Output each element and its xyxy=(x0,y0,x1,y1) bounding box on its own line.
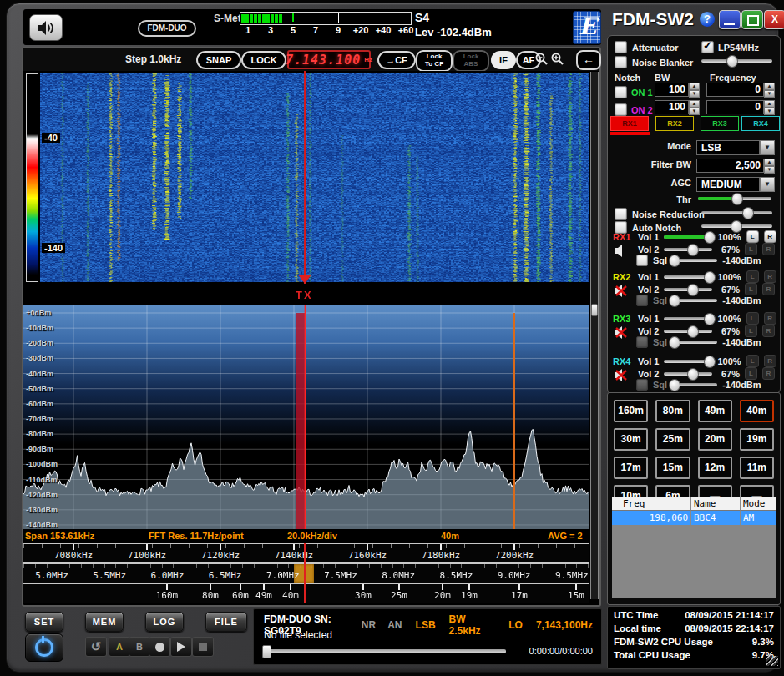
auto-notch-slider[interactable] xyxy=(701,224,772,228)
rx4-vol2-left-button[interactable]: L xyxy=(745,367,757,380)
band-button-30m[interactable]: 30m xyxy=(614,428,648,451)
rx4-muted-speaker-icon[interactable] xyxy=(615,369,628,381)
play-button[interactable] xyxy=(170,637,192,657)
frequency-display[interactable]: 7.143.100 Hz xyxy=(287,50,371,69)
noise-reduction-checkbox[interactable] xyxy=(615,208,627,220)
filter-bw-spinner-value[interactable]: 2,500 xyxy=(696,159,764,173)
notch2-checkbox[interactable] xyxy=(615,103,627,116)
zoom-out-icon[interactable] xyxy=(534,52,549,67)
dropdown-arrow-icon[interactable]: ▼ xyxy=(760,140,775,155)
rx-tab-rx2[interactable]: RX2 xyxy=(655,116,694,131)
ruler-khz[interactable]: 7080kHz7100kHz7120kHz7140kHz7160kHz7180k… xyxy=(23,543,589,563)
spin-down-icon[interactable]: ▼ xyxy=(689,90,700,98)
record-button[interactable] xyxy=(149,637,170,657)
rx1-vol2-right-button[interactable]: R xyxy=(762,243,775,255)
table-row-selector[interactable] xyxy=(612,511,620,525)
slider-thumb[interactable] xyxy=(726,55,738,68)
rx1-sql-slider[interactable] xyxy=(672,259,717,262)
rx1-vol1-slider[interactable] xyxy=(664,235,712,239)
back-arrow-button[interactable]: ← xyxy=(576,50,601,70)
band-button-11m[interactable]: 11m xyxy=(740,457,774,479)
band-button-25m[interactable]: 25m xyxy=(655,428,690,451)
rx-tab-rx3[interactable]: RX3 xyxy=(701,116,739,131)
band-button-15m[interactable]: 15m xyxy=(655,457,690,479)
rx3-vol1-slider[interactable] xyxy=(664,317,712,320)
lock-button[interactable]: LOCK xyxy=(241,51,286,69)
rx2-vol1-left-button[interactable]: L xyxy=(746,270,759,283)
rx2-vol2-left-button[interactable]: L xyxy=(745,283,757,295)
mem-button[interactable]: MEM xyxy=(85,612,124,632)
agc-dropdown[interactable]: MEDIUM▼ xyxy=(696,177,775,192)
rx4-vol1-slider[interactable] xyxy=(664,360,712,363)
rx2-vol2-right-button[interactable]: R xyxy=(762,283,775,295)
display-scrollbar-handle[interactable] xyxy=(591,304,598,316)
A-button[interactable]: A xyxy=(109,637,130,657)
rx4-sql-slider[interactable] xyxy=(672,383,717,386)
rx3-sql-slider[interactable] xyxy=(672,341,717,344)
rx-tab-rx1[interactable]: RX1 xyxy=(610,116,649,131)
device-button[interactable]: FDM-DUO xyxy=(138,20,196,37)
spectrum-display[interactable]: +0dBm-10dBm-20dBm-30dBm-40dBm-50dBm-60dB… xyxy=(23,305,599,529)
rx2-vol1-slider[interactable] xyxy=(664,275,712,279)
if-button[interactable]: IF xyxy=(491,51,516,69)
playback-slider[interactable] xyxy=(264,649,506,653)
spin-down-icon[interactable]: ▼ xyxy=(764,90,775,98)
rx1-speaker-icon[interactable] xyxy=(615,245,628,257)
band-button-49m[interactable]: 49m xyxy=(698,400,732,422)
spin-down-icon[interactable]: ▼ xyxy=(689,108,700,115)
log-button[interactable]: LOG xyxy=(145,612,184,632)
slider-thumb[interactable] xyxy=(669,255,680,267)
notch2-frequency-spinner-value[interactable]: 0 xyxy=(706,100,764,114)
rx1-vol2-left-button[interactable]: L xyxy=(745,243,757,255)
rx4-vol2-right-button[interactable]: R xyxy=(762,367,775,380)
band-button-160m[interactable]: 160m xyxy=(614,400,648,422)
to-cf-button[interactable]: →CF xyxy=(377,51,416,69)
noise-blanker-checkbox[interactable] xyxy=(615,56,627,68)
slider-thumb[interactable] xyxy=(669,295,680,307)
band-button-80m[interactable]: 80m xyxy=(655,400,690,422)
spin-up-icon[interactable]: ▲ xyxy=(764,100,775,108)
frequency-rulers[interactable]: 7080kHz7100kHz7120kHz7140kHz7160kHz7180k… xyxy=(23,543,589,603)
zoom-in-icon[interactable] xyxy=(550,52,565,67)
resize-grip[interactable] xyxy=(766,656,778,666)
set-button[interactable]: SET xyxy=(25,612,63,632)
spin-down-icon[interactable]: ▼ xyxy=(764,166,775,174)
band-button-17m[interactable]: 17m xyxy=(614,457,648,479)
slider-thumb[interactable] xyxy=(742,207,754,219)
snap-button[interactable]: SNAP xyxy=(196,51,241,69)
help-button[interactable]: ? xyxy=(700,12,715,27)
mode-dropdown[interactable]: LSB▼ xyxy=(696,140,775,155)
spin-up-icon[interactable]: ▲ xyxy=(689,100,700,108)
slider-thumb[interactable] xyxy=(704,231,716,244)
band-button-19m[interactable]: 19m xyxy=(740,428,774,451)
rx3-muted-speaker-icon[interactable] xyxy=(615,326,628,339)
power-button[interactable] xyxy=(25,633,63,662)
notch1-frequency-spinner-value[interactable]: 0 xyxy=(706,83,764,97)
slider-thumb[interactable] xyxy=(731,193,743,205)
notch1-checkbox[interactable] xyxy=(615,86,627,98)
notch1-bw-spinner-value[interactable]: 100 xyxy=(655,83,689,97)
rx3-vol2-right-button[interactable]: R xyxy=(762,325,775,337)
rx4-vol1-left-button[interactable]: L xyxy=(746,355,759,367)
lp54-checkbox[interactable] xyxy=(701,41,714,53)
rx1-sql-checkbox[interactable] xyxy=(636,255,648,266)
band-button-40m[interactable]: 40m xyxy=(740,400,774,422)
lock-to-cf-button[interactable]: LockTo CF xyxy=(416,50,453,72)
waterfall-display[interactable]: -40 -140 xyxy=(23,71,599,284)
filter-bw-spinner[interactable]: 2,500▲▼ xyxy=(696,159,775,173)
rx2-sql-slider[interactable] xyxy=(672,299,717,302)
thr-slider[interactable] xyxy=(698,197,771,200)
slider-thumb[interactable] xyxy=(704,313,716,325)
ruler-bands[interactable]: 160m80m60m49m40m30m25m20m19m17m15m xyxy=(23,583,589,603)
stop-button[interactable] xyxy=(192,637,214,657)
noise-blanker-slider[interactable] xyxy=(701,59,772,63)
slider-thumb[interactable] xyxy=(669,379,680,391)
rx1-vol1-right-button[interactable]: R xyxy=(764,230,776,243)
rx2-vol1-right-button[interactable]: R xyxy=(764,270,776,283)
lock-abs-button[interactable]: LockABS xyxy=(453,50,489,72)
rx2-sql-checkbox[interactable] xyxy=(636,295,648,306)
rx2-muted-speaker-icon[interactable] xyxy=(615,285,628,297)
speaker-button[interactable] xyxy=(29,14,63,41)
band-button-20m[interactable]: 20m xyxy=(698,428,732,451)
dropdown-arrow-icon[interactable]: ▼ xyxy=(760,177,775,192)
